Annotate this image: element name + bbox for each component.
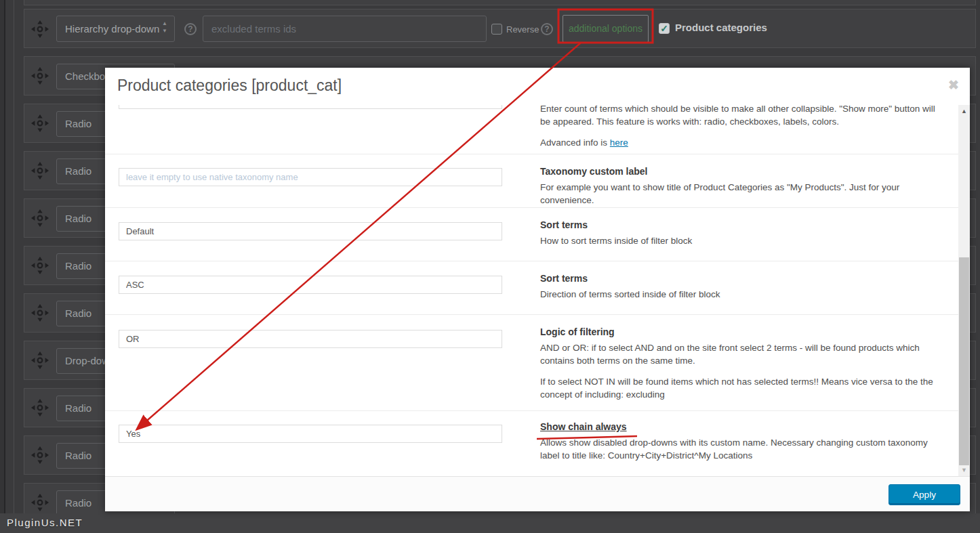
option-row-show-more-count: Enter count of terms which should be vis… bbox=[105, 105, 958, 154]
option-label: Logic of filtering bbox=[540, 326, 947, 339]
select-stepper-icon: ▲▼ bbox=[162, 21, 167, 34]
option-desc-text: Enter count of terms which should be vis… bbox=[540, 105, 935, 127]
show-chain-input[interactable] bbox=[119, 425, 502, 443]
drag-move-icon[interactable] bbox=[31, 162, 49, 179]
filter-row-partial bbox=[24, 0, 976, 5]
admin-sidebar-divider bbox=[4, 0, 5, 533]
sort-terms-input[interactable] bbox=[119, 222, 502, 240]
option-desc: Allows show disabled drop-downs with its… bbox=[540, 438, 928, 461]
option-desc: AND or OR: if to select AND and on the s… bbox=[540, 341, 947, 367]
option-label: Sort terms bbox=[540, 272, 947, 285]
scrollbar-thumb[interactable] bbox=[959, 257, 969, 465]
option-row-custom-label: Taxonomy custom label For example you wa… bbox=[105, 154, 958, 208]
modal-scrollbar[interactable]: ▲ ▼ bbox=[958, 105, 970, 476]
container-left-border bbox=[14, 0, 14, 513]
drag-move-icon[interactable] bbox=[31, 257, 49, 274]
view-type-select[interactable]: Hierarchy drop-down ▲▼ bbox=[56, 16, 175, 42]
reverse-checkbox[interactable] bbox=[491, 24, 502, 35]
option-row-sort-terms: Sort terms How to sort terms inside of f… bbox=[105, 208, 958, 261]
advanced-info-link[interactable]: here bbox=[610, 137, 628, 148]
drag-move-icon[interactable] bbox=[31, 209, 49, 227]
option-label: Sort terms bbox=[540, 219, 947, 232]
terms-count-input[interactable] bbox=[119, 105, 502, 109]
help-icon[interactable]: ? bbox=[184, 23, 197, 35]
drag-move-icon[interactable] bbox=[31, 446, 49, 464]
page: Hierarchy drop-down ▲▼ ? Reverse ? addit… bbox=[0, 0, 980, 533]
sort-direction-input[interactable] bbox=[119, 276, 502, 294]
help-icon[interactable]: ? bbox=[541, 23, 553, 35]
modal-title: Product categories [product_cat] bbox=[117, 77, 342, 95]
option-desc: If to select NOT IN will be found items … bbox=[540, 375, 947, 401]
product-categories-checkbox[interactable]: ✓ bbox=[659, 23, 670, 34]
scroll-down-icon[interactable]: ▼ bbox=[958, 467, 970, 473]
filter-row-product-categories: Hierarchy drop-down ▲▼ ? Reverse ? addit… bbox=[24, 9, 976, 48]
close-icon[interactable]: ✖ bbox=[948, 77, 959, 93]
drag-move-icon[interactable] bbox=[31, 351, 49, 369]
drag-move-icon[interactable] bbox=[31, 494, 49, 511]
option-desc: Enter count of terms which should be vis… bbox=[540, 105, 947, 149]
option-desc: Direction of terms sorted inside of filt… bbox=[540, 289, 720, 299]
view-type-value: Hierarchy drop-down bbox=[65, 23, 159, 35]
modal-footer: Apply bbox=[105, 476, 970, 511]
drag-move-icon[interactable] bbox=[31, 20, 49, 38]
scroll-up-icon[interactable]: ▲ bbox=[958, 108, 970, 114]
option-desc: How to sort terms inside of filter block bbox=[540, 236, 692, 246]
option-desc: For example you want to show title of Pr… bbox=[540, 182, 899, 205]
excluded-terms-input[interactable] bbox=[203, 16, 487, 42]
apply-button[interactable]: Apply bbox=[889, 484, 960, 505]
custom-label-input[interactable] bbox=[119, 168, 502, 186]
drag-move-icon[interactable] bbox=[31, 67, 49, 85]
drag-move-icon[interactable] bbox=[31, 304, 49, 322]
watermark-bar: PluginUs.NET bbox=[0, 513, 980, 533]
option-row-show-chain: Show chain always Allows show disabled d… bbox=[105, 411, 958, 476]
option-row-sort-direction: Sort terms Direction of terms sorted ins… bbox=[105, 261, 958, 315]
option-row-logic: Logic of filtering AND or OR: if to sele… bbox=[105, 315, 958, 411]
logic-input[interactable] bbox=[119, 330, 502, 348]
reverse-label: Reverse bbox=[506, 24, 539, 35]
additional-options-button[interactable]: additional options bbox=[563, 15, 649, 43]
watermark-text: PluginUs.NET bbox=[7, 517, 83, 528]
modal-content: Enter count of terms which should be vis… bbox=[105, 105, 958, 476]
drag-move-icon[interactable] bbox=[31, 114, 49, 132]
option-label: Taxonomy custom label bbox=[540, 165, 947, 178]
taxonomy-options-modal: Product categories [product_cat] ✖ Enter… bbox=[105, 68, 970, 511]
drag-move-icon[interactable] bbox=[31, 399, 49, 417]
advanced-info-text: Advanced info is bbox=[540, 137, 610, 148]
option-label: Show chain always bbox=[540, 421, 947, 433]
product-categories-label: Product categories bbox=[675, 22, 767, 33]
